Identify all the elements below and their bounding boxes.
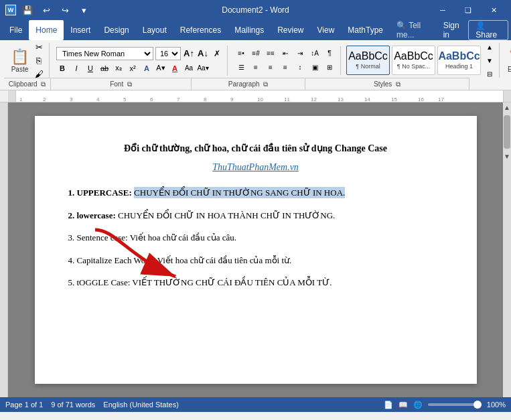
menu-file[interactable]: File [3,20,29,40]
view-print-btn[interactable]: 📄 [384,401,393,409]
styles-more-btn[interactable]: ⊟ [483,68,496,80]
view-web-btn[interactable]: 🌐 [413,401,423,409]
list-item: 1. UPPERCASE: CHUYỂN ĐỔI CHỮ IN THƯỜNG S… [68,186,443,200]
decrease-indent-btn[interactable]: ⇤ [279,48,292,60]
menu-review[interactable]: Review [271,20,310,40]
close-btn[interactable]: ✕ [482,0,506,20]
highlight-btn[interactable]: A▾ [155,62,167,74]
style-normal-label: ¶ Normal [356,63,380,70]
align-right-btn[interactable]: ≡ [264,62,277,74]
style-heading1-label: Heading 1 [445,63,473,70]
text-effect-btn[interactable]: A [141,62,153,74]
undo-btn[interactable]: ↩ [39,3,54,17]
word-count: 9 of 71 words [51,401,95,409]
doc-link[interactable]: ThuThuatPhanMem.vn [68,162,443,173]
title-bar-right: ─ ❑ ✕ [431,0,506,20]
scroll-up-btn[interactable]: ▲ [502,102,511,113]
font-size-aa-btn[interactable]: Aa [183,62,195,74]
align-left-btn[interactable]: ☰ [234,62,248,74]
zoom-thumb [473,401,482,409]
sort-btn[interactable]: ↕A [308,48,321,60]
strikethrough-btn[interactable]: ab [98,62,111,74]
paste-button[interactable]: 📋 Paste [8,47,31,74]
item-content-4: Viết hoa chữ cái đầu tiên của mỗi từ. [157,255,292,265]
align-center-btn[interactable]: ≡ [249,62,263,74]
title-bar-left: W 💾 ↩ ↪ ▾ [5,3,91,17]
redo-btn[interactable]: ↪ [58,3,72,17]
zoom-slider[interactable] [428,403,482,406]
menu-references[interactable]: References [173,20,228,40]
list-item: 2. lowercase: CHUYỂN ĐỔI CHỮ IN HOA THÀN… [68,209,443,222]
status-right: 📄 📖 🌐 100% [384,401,506,409]
minimize-btn[interactable]: ─ [431,0,455,20]
menu-home[interactable]: Home [29,20,64,40]
increase-font-btn[interactable]: A↑ [183,48,195,60]
clipboard-group: 📋 Paste ✂ ⎘ 🖌 [4,43,50,78]
copy-btn[interactable]: ⎘ [33,54,45,66]
show-marks-btn[interactable]: ¶ [323,48,336,60]
styles-down-btn[interactable]: ▼ [483,54,496,66]
clipboard-label: Clipboard ⧉ [4,78,51,90]
page-info: Page 1 of 1 [5,401,43,409]
subscript-btn[interactable]: x₂ [113,62,125,74]
cut-btn[interactable]: ✂ [33,41,45,53]
save-quick-btn[interactable]: 💾 [20,3,35,17]
scroll-thumb[interactable] [504,115,510,149]
menu-mailings[interactable]: Mailings [228,20,271,40]
styles-up-btn[interactable]: ▲ [483,41,496,53]
menu-tell-me[interactable]: 🔍 Tell me... [390,20,437,40]
clear-format-btn[interactable]: ✗ [211,48,223,60]
decrease-font-btn[interactable]: A↓ [197,48,209,60]
borders-btn[interactable]: ⊞ [323,62,336,74]
increase-indent-btn[interactable]: ⇥ [293,48,307,60]
paragraph-label: Paragraph ⧉ [192,78,305,90]
ribbon-labels: Clipboard ⧉ Font ⧉ Paragraph ⧉ Styles ⧉ [4,78,507,90]
font-color-btn[interactable]: A [169,62,181,74]
menu-layout[interactable]: Layout [136,20,173,40]
list-item: 5. tOGGLE Case: VIẾT THƯỜNG CHỮ CÁI ĐẦU … [68,276,443,289]
restore-btn[interactable]: ❑ [456,0,480,20]
italic-btn[interactable]: I [70,62,82,74]
style-normal[interactable]: AaBbCc ¶ Normal [346,46,390,75]
multilevel-btn[interactable]: ≡≡ [264,48,277,60]
caps-btn[interactable]: Aa▾ [197,62,209,74]
item-content-3: Viết hoa chữ cái đầu của câu. [130,232,236,242]
scrollbar-right[interactable]: ▲ ▼ [503,102,511,397]
menu-mathtype[interactable]: MathType [341,20,390,40]
item-content-2: CHUYỂN ĐỔI CHỮ IN HOA THÀNH CHỮ IN THƯỜN… [118,210,335,220]
style-no-spacing[interactable]: AaBbCc ¶ No Spac... [392,46,435,75]
shading-btn[interactable]: ▣ [308,62,321,74]
menu-insert[interactable]: Insert [64,20,97,40]
style-normal-preview: AaBbCc [348,51,388,62]
numbering-btn[interactable]: ≡# [249,48,263,60]
font-size-select[interactable]: 16 [155,47,181,60]
customize-btn[interactable]: ▾ [76,3,91,17]
line-spacing-btn[interactable]: ↕ [293,62,307,74]
ruler-main: 1 2 3 4 5 6 7 8 9 10 11 12 13 14 15 16 1… [16,90,503,102]
superscript-btn[interactable]: x² [127,62,139,74]
word-icon: W [5,5,16,15]
ribbon: 📋 Paste ✂ ⎘ 🖌 Times New Roman 16 A↑ [0,40,511,90]
bullets-btn[interactable]: ≡• [234,48,248,60]
underline-btn[interactable]: U [84,62,96,74]
status-left: Page 1 of 1 9 of 71 words English (Unite… [5,401,179,409]
language-info: English (United States) [103,401,179,409]
menu-design[interactable]: Design [97,20,135,40]
style-no-spacing-label: ¶ No Spac... [397,63,430,70]
view-read-btn[interactable]: 📖 [398,401,408,409]
item-content-1: CHUYỂN ĐỔI CHỮ IN THƯỜNG SANG CHỮ IN HOA… [134,187,345,198]
style-heading1[interactable]: AaBbCc Heading 1 [437,46,481,75]
menu-share[interactable]: 👤 Share [468,20,508,40]
font-name-select[interactable]: Times New Roman [56,47,153,60]
item-prefix-5: 5. tOGGLE Case: [68,277,133,287]
scroll-down-btn[interactable]: ▼ [502,151,511,161]
doc-scroll-area[interactable]: Đổi chữ thường, chữ hoa, chữ cái đầu tiê… [8,102,503,397]
justify-btn[interactable]: ≡ [279,62,292,74]
bold-btn[interactable]: B [56,62,68,74]
menu-view[interactable]: View [311,20,342,40]
styles-nav: ▲ ▼ ⊟ [483,41,496,80]
menu-signin[interactable]: Sign in [437,20,469,40]
ruler-left-margin [8,90,16,102]
font-label: Font ⧉ [51,78,192,90]
style-heading1-preview: AaBbCc [438,51,480,62]
